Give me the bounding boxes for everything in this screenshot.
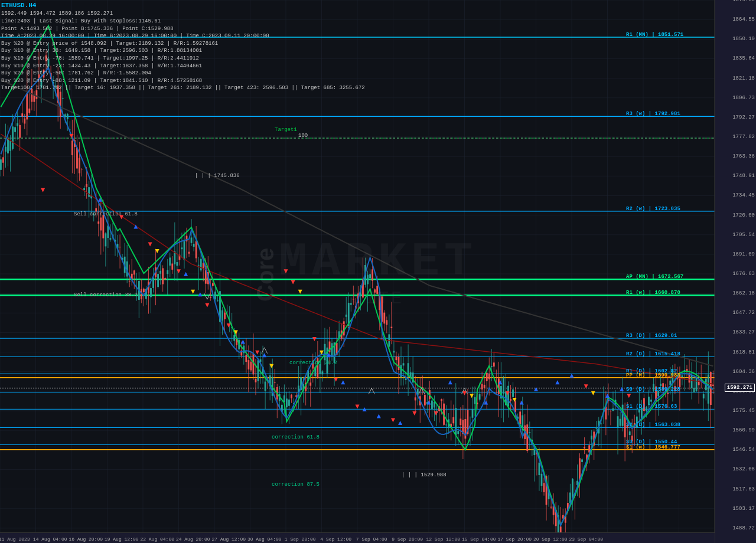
price-tick-label: 1676.63	[732, 271, 755, 277]
price-tick-label: 1734.45	[732, 192, 755, 198]
price-tick-label: 1546.54	[732, 447, 755, 453]
point-info: Point A:1493.562 | Point B:1745.336 | Po…	[1, 25, 365, 33]
time-tick-label: 23 Sep 04:00	[569, 537, 603, 542]
price-tick-label: 1720.00	[732, 212, 755, 218]
time-tick-label: 16 Aug 20:00	[69, 537, 103, 542]
ohlc-info: 1592.449 1594.472 1589.186 1592.271	[1, 10, 365, 18]
watermark-sub: SITE	[279, 289, 477, 309]
buy-line: Buy %20 @ Entry price of 1548.092 | Targ…	[1, 40, 365, 48]
price-tick-label: 1647.72	[732, 310, 755, 316]
price-tick-label: 1618.81	[732, 349, 755, 355]
price-tick-label: 1662.18	[732, 290, 755, 296]
time-tick-label: 19 Aug 12:00	[105, 537, 139, 542]
time-tick-label: 15 Sep 04:00	[462, 537, 496, 542]
price-tick-label: 1864.55	[732, 17, 755, 22]
time-tick-label: 17 Sep 20:00	[497, 537, 532, 542]
price-tick-label: 1705.54	[732, 232, 755, 238]
buy-line: Buy %10 @ Entry -78: 1589.741 | Target:1…	[1, 55, 365, 63]
price-tick-label: 1763.36	[732, 153, 755, 159]
time-tick-label: 9 Sep 20:00	[392, 537, 423, 542]
time-tick-label: 27 Aug 12:00	[211, 537, 246, 542]
time-tick-label: 24 Aug 20:00	[176, 537, 210, 542]
signal-info: Line:2493 | Last Signal: Buy with stoplo…	[1, 18, 365, 25]
time-tick-label: 20 Sep 12:00	[533, 537, 568, 542]
price-tick-label: 1777.82	[732, 134, 755, 140]
time-tick-label: 30 Aug 04:00	[247, 537, 282, 542]
buy-line: Buy %10 @ Entry -23: 1434.43 | Target:18…	[1, 63, 365, 70]
time-tick-label: 12 Sep 12:00	[426, 537, 460, 542]
watermark: MARKET SITE	[279, 235, 477, 309]
buy-line: Buy %10 @ Entry 38: 1649.158 | Target:25…	[1, 47, 365, 55]
buy-lines: Buy %20 @ Entry price of 1548.092 | Targ…	[1, 40, 365, 85]
targets-info: Target100: 1781.762 || Target 16: 1937.3…	[1, 84, 365, 92]
price-tick-label: 1879.00	[732, 0, 755, 3]
price-tick-label: 1821.18	[732, 76, 755, 81]
price-tick-label: 1488.72	[732, 525, 755, 531]
price-tick-label: 1806.73	[732, 95, 755, 101]
watermark-text: MARKET	[279, 235, 477, 289]
price-tick-label: 1748.91	[732, 173, 755, 179]
price-tick-label: 1835.64	[732, 55, 755, 61]
time-tick-label: 11 Aug 2023	[0, 537, 30, 542]
price-axis: 1879.001864.551850.101835.641821.181806.…	[715, 0, 756, 543]
time-tick-label: 14 Aug 04:00	[33, 537, 67, 542]
price-tick-label: 1850.10	[732, 36, 755, 42]
time-tick-label: 22 Aug 04:00	[140, 537, 174, 542]
current-price-label: 1592.271	[725, 384, 755, 392]
price-tick-label: 1503.17	[732, 506, 755, 512]
time-tick-label: 1 Sep 20:00	[285, 537, 316, 542]
buy-line: Buy %20 @ Entry -50: 1781.762 | R/R:-1.5…	[1, 70, 365, 77]
time-tick-label: 4 Sep 12:00	[320, 537, 351, 542]
price-tick-label: 1633.27	[732, 329, 755, 335]
buy-line: Buy %20 @ Entry -88: 1211.09 | Target:18…	[1, 77, 365, 85]
price-tick-label: 1575.45	[732, 408, 755, 414]
time-tick-label: 7 Sep 04:00	[356, 537, 387, 542]
price-tick-label: 1560.99	[732, 427, 755, 433]
chart-title: ETHUSD.H4	[1, 1, 365, 10]
price-tick-label: 1604.36	[732, 369, 755, 375]
header-info: ETHUSD.H4 1592.449 1594.472 1589.186 159…	[1, 1, 365, 92]
price-tick-label: 1792.27	[732, 115, 755, 120]
price-tick-label: 1691.09	[732, 251, 755, 257]
price-tick-label: 1532.08	[732, 466, 755, 472]
time-info: Time A:2023.08.29 16:00:00 | Time B:2023…	[1, 32, 365, 40]
price-tick-label: 1517.63	[732, 486, 755, 492]
time-axis: 11 Aug 202314 Aug 04:0016 Aug 20:0019 Au…	[0, 532, 715, 543]
chart-container: MARKET SITE ETHUSD.H4 1592.449 1594.472 …	[0, 0, 756, 543]
